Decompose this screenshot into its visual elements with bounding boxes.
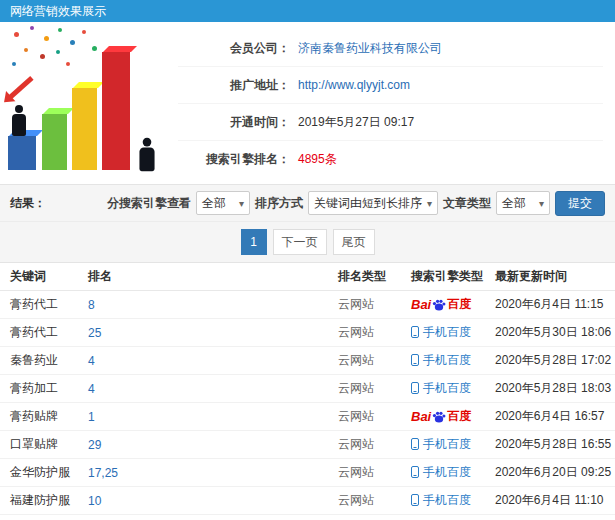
engine-cell: 手机百度 [411, 380, 495, 398]
rank-type-cell: 云网站 [338, 296, 411, 313]
rank-link[interactable]: 1 [88, 410, 95, 424]
mobile-baidu-badge: 手机百度 [411, 492, 471, 509]
confetti-dot [14, 32, 19, 37]
result-label: 结果： [10, 195, 46, 212]
engine-cell: 手机百度 [411, 492, 495, 510]
confetti-dot [12, 62, 16, 66]
mobile-baidu-badge: 手机百度 [411, 436, 471, 453]
rank-type-cell: 云网站 [338, 324, 411, 341]
baidu-bai-text: Bai [411, 409, 431, 424]
time-cell: 2020年5月28日 17:02 [495, 352, 615, 369]
confetti-dot [56, 50, 60, 54]
mobile-baidu-label: 手机百度 [423, 464, 471, 481]
next-page-button[interactable]: 下一页 [273, 229, 327, 255]
keyword-cell: 膏药代工 [10, 296, 88, 313]
rank-link[interactable]: 4 [88, 354, 95, 368]
mobile-baidu-badge: 手机百度 [411, 380, 471, 397]
filter-controls: 分搜索引擎查看 全部 排序方式 关键词由短到长排序 文章类型 全部 提交 [107, 191, 605, 216]
phone-icon [411, 326, 419, 338]
rank-link[interactable]: 25 [88, 326, 101, 340]
time-cell: 2020年5月28日 16:55 [495, 436, 615, 453]
clipart-bar-red [102, 52, 130, 170]
company-info-list: 会员公司： 济南秦鲁药业科技有限公司 推广地址： http://www.qlyy… [178, 22, 615, 184]
bar-chart-clipart [0, 22, 178, 184]
rank-link[interactable]: 4 [88, 382, 95, 396]
last-page-button[interactable]: 尾页 [333, 229, 375, 255]
mobile-baidu-label: 手机百度 [423, 436, 471, 453]
mobile-baidu-badge: 手机百度 [411, 464, 471, 481]
sort-select[interactable]: 关键词由短到长排序 [308, 191, 438, 215]
rank-link[interactable]: 10 [88, 494, 101, 508]
confetti-dot [58, 28, 62, 32]
keyword-cell: 膏药加工 [10, 380, 88, 397]
rank-link[interactable]: 29 [88, 438, 101, 452]
submit-button[interactable]: 提交 [555, 191, 605, 216]
rank-type-cell: 云网站 [338, 408, 411, 425]
engine-cell: Bai百度 [411, 296, 495, 313]
col-header-engine: 搜索引擎类型 [411, 268, 495, 285]
table-row: 膏药加工 4 云网站 手机百度 2020年5月28日 18:03 [0, 375, 615, 403]
mobile-baidu-label: 手机百度 [423, 380, 471, 397]
time-cell: 2020年5月30日 18:06 [495, 324, 615, 341]
rank-type-cell: 云网站 [338, 380, 411, 397]
baidu-logo: Bai百度 [411, 296, 471, 313]
col-header-rank: 排名 [88, 268, 338, 285]
col-header-keyword: 关键词 [10, 268, 88, 285]
table-row: 膏药代工 25 云网站 手机百度 2020年5月30日 18:06 [0, 319, 615, 347]
table-header-row: 关键词 排名 排名类型 搜索引擎类型 最新更新时间 [0, 263, 615, 291]
rank-count-value: 4895条 [298, 151, 337, 168]
time-cell: 2020年6月4日 11:10 [495, 492, 615, 509]
rank-type-cell: 云网站 [338, 352, 411, 369]
table-row: 口罩贴牌 29 云网站 手机百度 2020年5月28日 16:55 [0, 431, 615, 459]
open-time-value: 2019年5月27日 09:17 [298, 114, 414, 131]
keyword-cell: 金华防护服 [10, 464, 88, 481]
confetti-dot [44, 36, 49, 41]
company-link[interactable]: 济南秦鲁药业科技有限公司 [298, 40, 442, 57]
sort-value: 关键词由短到长排序 [314, 195, 422, 212]
promo-url-label: 推广地址： [178, 77, 290, 94]
keyword-cell: 秦鲁药业 [10, 352, 88, 369]
info-row-url: 推广地址： http://www.qlyyjt.com [178, 67, 603, 104]
col-header-rank-type: 排名类型 [338, 268, 411, 285]
open-time-label: 开通时间： [178, 114, 290, 131]
rank-link[interactable]: 8 [88, 298, 95, 312]
mobile-baidu-badge: 手机百度 [411, 352, 471, 369]
keyword-cell: 膏药代工 [10, 324, 88, 341]
up-arrow-icon [6, 76, 33, 101]
confetti-dot [30, 26, 34, 30]
table-row: 秦鲁药业 4 云网站 手机百度 2020年5月28日 17:02 [0, 347, 615, 375]
engine-filter-select[interactable]: 全部 [196, 191, 250, 215]
baidu-logo: Bai百度 [411, 408, 471, 425]
engine-cell: 手机百度 [411, 464, 495, 482]
engine-cell: 手机百度 [411, 436, 495, 454]
info-row-rank-count: 搜索引擎排名： 4895条 [178, 141, 603, 178]
confetti-dot [82, 30, 86, 34]
phone-icon [411, 466, 419, 478]
mobile-baidu-label: 手机百度 [423, 324, 471, 341]
page-1-button[interactable]: 1 [241, 229, 267, 255]
keyword-cell: 膏药贴牌 [10, 408, 88, 425]
pagination: 1 下一页 尾页 [0, 222, 615, 263]
sort-label: 排序方式 [255, 195, 303, 212]
mobile-baidu-badge: 手机百度 [411, 324, 471, 341]
article-type-label: 文章类型 [443, 195, 491, 212]
phone-icon [411, 382, 419, 394]
rank-link[interactable]: 17,25 [88, 466, 118, 480]
confetti-dot [24, 48, 28, 52]
keyword-cell: 福建防护服 [10, 492, 88, 509]
rank-count-label: 搜索引擎排名： [178, 151, 290, 168]
confetti-dot [70, 40, 75, 45]
page-title: 网络营销效果展示 [10, 3, 106, 20]
info-row-open-time: 开通时间： 2019年5月27日 09:17 [178, 104, 603, 141]
engine-cell: 手机百度 [411, 352, 495, 370]
confetti-dot [40, 54, 45, 59]
rank-type-cell: 云网站 [338, 492, 411, 509]
baidu-paw-icon [432, 298, 446, 312]
article-type-select[interactable]: 全部 [496, 191, 550, 215]
article-type-value: 全部 [502, 195, 526, 212]
rank-type-cell: 云网站 [338, 464, 411, 481]
promo-url-link[interactable]: http://www.qlyyjt.com [298, 78, 410, 92]
table-row: Bai百度 [0, 515, 615, 520]
clipart-bar-green [42, 114, 67, 170]
table-row: 福建防护服 10 云网站 手机百度 2020年6月4日 11:10 [0, 487, 615, 515]
